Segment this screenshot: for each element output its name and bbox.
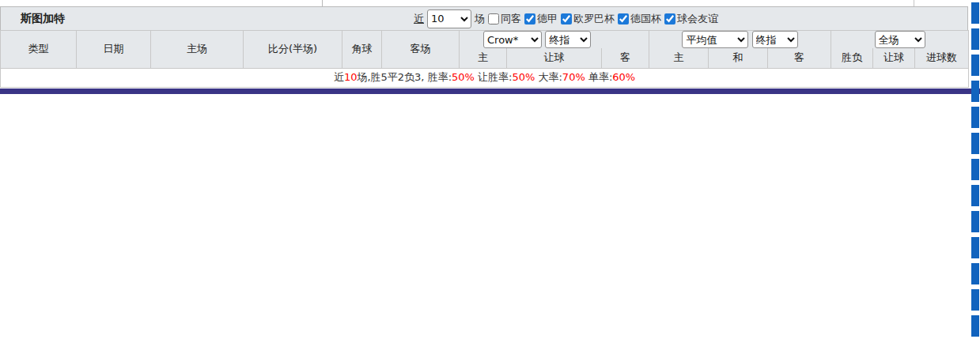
col-header-result: 胜负 (831, 48, 873, 68)
league-filter-checkbox[interactable] (524, 13, 535, 24)
col-header-avg-draw: 和 (709, 48, 768, 68)
bottom-accent-bar (0, 89, 980, 94)
recent-count-select[interactable]: 10 (427, 9, 471, 28)
scroll-strip-block (971, 55, 979, 76)
league-filter-checkbox[interactable] (561, 13, 572, 24)
league-filter-2[interactable]: 欧罗巴杯 (561, 12, 615, 26)
league-filter-label: 球会友谊 (677, 12, 718, 26)
col-header-type: 类型 (1, 31, 77, 69)
league-filter-checkbox[interactable] (664, 13, 675, 24)
league-filter-label: 德国杯 (630, 12, 661, 26)
right-scroll-strip[interactable] (971, 2, 979, 339)
same-venue-filter[interactable]: 同客 (488, 12, 521, 26)
scroll-strip-block (971, 28, 979, 50)
league-filter-group: 德甲欧罗巴杯德国杯球会友谊 (524, 12, 718, 26)
col-header-odds-handicap: 让球 (507, 48, 602, 68)
divider (322, 0, 323, 6)
footer-stat-part: 大率: (535, 71, 562, 83)
league-filter-4[interactable]: 球会友谊 (664, 12, 718, 26)
col-header-odds-home: 主 (460, 48, 507, 68)
scroll-strip-block (971, 185, 979, 206)
bookmaker-stage-select[interactable]: 终指 (545, 31, 591, 48)
footer-stat-part: 近 (334, 71, 344, 83)
league-filter-1[interactable]: 德甲 (524, 12, 558, 26)
col-header-date: 日期 (77, 31, 151, 69)
footer-stat-part: 50% (452, 71, 475, 83)
bookmaker-dropdown-group: Crow* 终指 (460, 31, 649, 49)
scroll-strip-block (971, 159, 979, 180)
scroll-strip-block (971, 315, 979, 337)
divider (914, 0, 914, 6)
matches-label: 场 (475, 12, 485, 26)
scroll-strip-block (971, 263, 979, 284)
league-filter-3[interactable]: 德国杯 (618, 12, 661, 26)
footer-stat-part: 让胜率: (475, 71, 513, 83)
col-header-avg-home: 主 (649, 48, 709, 68)
col-header-handicap-result: 让球 (873, 48, 915, 68)
same-venue-label: 同客 (501, 12, 521, 26)
footer-stat-part: 10 (344, 71, 358, 83)
footer-stat-part: 70% (562, 71, 585, 83)
scroll-strip-block (971, 289, 979, 311)
col-header-goals: 进球数 (915, 48, 969, 68)
scope-select[interactable]: 全场 (875, 31, 925, 48)
average-stage-select[interactable]: 终指 (752, 31, 798, 48)
team-title: 斯图加特 (21, 12, 65, 26)
scroll-strip-block (971, 81, 979, 102)
title-bar: 斯图加特 近 10 场 同客 德甲欧罗巴杯德国杯球会友谊 (0, 6, 968, 30)
scroll-strip-block (971, 211, 979, 232)
league-filter-label: 德甲 (537, 12, 558, 26)
scroll-strip-block (971, 133, 979, 154)
average-select[interactable]: 平均值 (682, 31, 748, 48)
same-venue-checkbox[interactable] (488, 13, 499, 24)
match-history-table: 类型 日期 主场 比分(半场) 角球 客场 Crow* 终指 平均值 终指 全场 (0, 30, 969, 88)
footer-stat-part: 单率: (585, 71, 613, 83)
match-history-panel: 斯图加特 近 10 场 同客 德甲欧罗巴杯德国杯球会友谊 类型 日期 主场 比分… (0, 0, 980, 339)
footer-stat-part: 场,胜5平2负3, 胜率: (357, 71, 452, 83)
summary-stats: 近10场,胜5平2负3, 胜率:50% 让胜率:50% 大率:70% 单率:60… (1, 68, 969, 87)
col-header-odds-away: 客 (602, 48, 649, 68)
league-filter-checkbox[interactable] (618, 13, 629, 24)
scroll-strip-block (971, 107, 979, 128)
scroll-strip-block (971, 237, 979, 258)
col-header-avg-away: 客 (768, 48, 831, 68)
average-dropdown-group: 平均值 终指 (649, 31, 831, 49)
footer-stat-part: 60% (612, 71, 635, 83)
col-header-corner: 角球 (342, 31, 382, 69)
col-header-score: 比分(半场) (244, 31, 342, 69)
league-filter-label: 欧罗巴杯 (573, 12, 615, 26)
top-strip (0, 0, 980, 6)
footer-stat-part: 50% (512, 71, 535, 83)
scope-dropdown-group: 全场 (831, 31, 969, 49)
filter-controls: 近 10 场 同客 德甲欧罗巴杯德国杯球会友谊 (414, 9, 718, 28)
bookmaker-select[interactable]: Crow* (483, 31, 542, 48)
recent-label-link[interactable]: 近 (414, 12, 424, 26)
scroll-strip-block (971, 2, 979, 24)
col-header-home: 主场 (151, 31, 244, 69)
col-header-away: 客场 (382, 31, 460, 69)
